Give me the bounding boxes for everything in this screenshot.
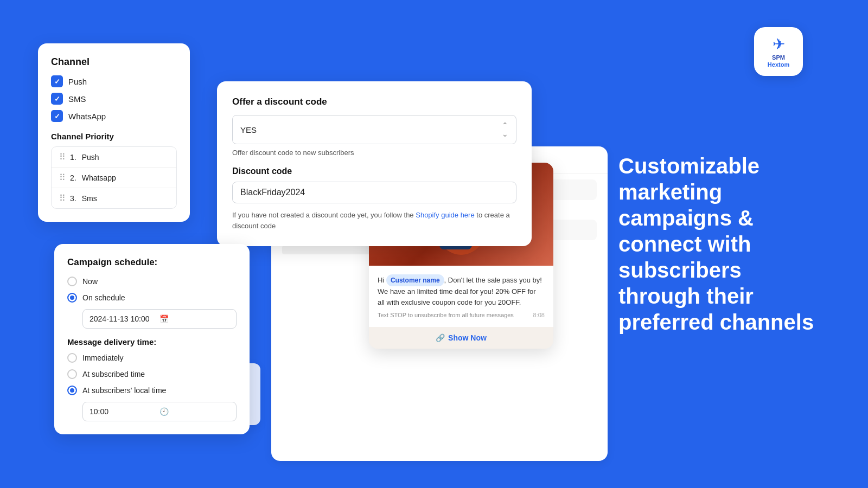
delivery-title: Message delivery time:: [67, 337, 237, 346]
time-input-row: 10:00 🕙: [82, 402, 237, 421]
delivery-section: Message delivery time: Immediately At su…: [67, 337, 237, 421]
schedule-card: Campaign schedule: Now On schedule 2024-…: [54, 244, 250, 434]
discount-yes-select[interactable]: YES ⌃⌄: [232, 115, 516, 144]
schedule-on-schedule: On schedule: [67, 293, 237, 303]
select-value: YES: [240, 125, 257, 134]
logo-subtitle: Hextom: [768, 61, 789, 68]
priority-order-push: 1.: [70, 153, 76, 162]
time-value: 10:00: [90, 407, 159, 416]
guide-text-before: If you have not created a discount code …: [232, 211, 414, 219]
priority-name-push: Push: [82, 153, 99, 162]
chevron-down-icon: ⌃⌄: [502, 121, 508, 138]
radio-subscribed-time[interactable]: [67, 369, 77, 379]
logo-title: SPM: [772, 54, 785, 61]
discount-code-label: Discount code: [232, 166, 516, 176]
radio-on-schedule[interactable]: [67, 293, 77, 303]
channel-priority-section: Channel Priority ⠿ 1. Push ⠿ 2. Whatsapp…: [51, 132, 177, 209]
channel-label-push: Push: [68, 77, 87, 86]
greeting-text: Hi: [378, 276, 384, 284]
schedule-title: Campaign schedule:: [67, 257, 237, 268]
priority-item-whatsapp: ⠿ 2. Whatsapp: [52, 168, 176, 188]
logo-icon: ✈: [773, 35, 785, 53]
calendar-icon[interactable]: 📅: [159, 314, 229, 323]
channel-label-whatsapp: WhatsApp: [68, 112, 106, 121]
schedule-on-schedule-label: On schedule: [82, 293, 125, 302]
delivery-immediately-label: Immediately: [82, 354, 123, 362]
priority-title: Channel Priority: [51, 132, 177, 141]
delivery-subscribed-time: At subscribed time: [67, 369, 237, 379]
message-body: Hi Customer name, Don't let the sale pas…: [378, 274, 545, 307]
preview-message: Hi Customer name, Don't let the sale pas…: [369, 266, 553, 327]
checkbox-whatsapp[interactable]: ✓: [51, 110, 63, 122]
channel-label-sms: SMS: [68, 94, 86, 104]
show-now-button[interactable]: 🔗 Show Now: [436, 333, 487, 342]
clock-icon: 🕙: [159, 407, 229, 416]
discount-title: Offer a discount code: [232, 97, 516, 107]
channel-item-push: ✓ Push: [51, 75, 177, 87]
discount-guide-text: If you have not created a discount code …: [232, 210, 516, 231]
delivery-local-time-label: At subscribers' local time: [82, 386, 166, 395]
channel-item-sms: ✓ SMS: [51, 93, 177, 105]
radio-immediately[interactable]: [67, 353, 77, 363]
message-footer: Text STOP to unsubscribe from all future…: [378, 312, 545, 318]
message-timestamp: 8:08: [533, 312, 545, 318]
schedule-now-label: Now: [82, 277, 98, 286]
external-link-icon: 🔗: [436, 333, 445, 342]
discount-code-input[interactable]: BlackFriday2024: [232, 182, 516, 203]
priority-item-push: ⠿ 1. Push: [52, 147, 176, 168]
customer-name-tag: Customer name: [386, 274, 444, 286]
drag-icon-sms[interactable]: ⠿: [59, 193, 65, 203]
priority-order-sms: 3.: [70, 194, 76, 203]
channel-title: Channel: [51, 56, 177, 68]
priority-name-whatsapp: Whatsapp: [82, 174, 116, 182]
checkbox-push[interactable]: ✓: [51, 75, 63, 87]
date-value: 2024-11-13 10:00: [90, 314, 159, 323]
app-logo: ✈ SPM Hextom: [754, 27, 803, 76]
delivery-immediately: Immediately: [67, 353, 237, 363]
shopify-guide-link[interactable]: Shopify guide here: [416, 211, 474, 219]
cards-area: Offer a discount code Channel ✓ Push ✓ S…: [22, 22, 608, 466]
drag-icon-push[interactable]: ⠿: [59, 152, 65, 162]
radio-now[interactable]: [67, 277, 77, 286]
channel-card: Channel ✓ Push ✓ SMS ✓ WhatsApp Channel …: [38, 43, 190, 222]
radio-local-time[interactable]: [67, 386, 77, 395]
delivery-local-time: At subscribers' local time: [67, 386, 237, 395]
delivery-subscribed-time-label: At subscribed time: [82, 370, 145, 378]
priority-item-sms: ⠿ 3. Sms: [52, 188, 176, 208]
show-now-label: Show Now: [448, 333, 487, 342]
stop-text: Text STOP to unsubscribe from all future…: [378, 312, 533, 318]
discount-hint: Offer discount code to new subscribers: [232, 149, 516, 157]
priority-list: ⠿ 1. Push ⠿ 2. Whatsapp ⠿ 3. Sms: [51, 146, 177, 209]
priority-name-sms: Sms: [82, 194, 97, 203]
discount-card: Offer a discount code YES ⌃⌄ Offer disco…: [217, 81, 532, 246]
checkbox-sms[interactable]: ✓: [51, 93, 63, 105]
priority-order-whatsapp: 2.: [70, 174, 76, 182]
preview-actions: 🔗 Show Now: [369, 327, 553, 349]
channel-item-whatsapp: ✓ WhatsApp: [51, 110, 177, 122]
right-headline: Customizable marketing campaigns & conne…: [618, 153, 825, 335]
date-input-row: 2024-11-13 10:00 📅: [82, 309, 237, 329]
schedule-now: Now: [67, 277, 237, 286]
drag-icon-whatsapp[interactable]: ⠿: [59, 172, 65, 183]
